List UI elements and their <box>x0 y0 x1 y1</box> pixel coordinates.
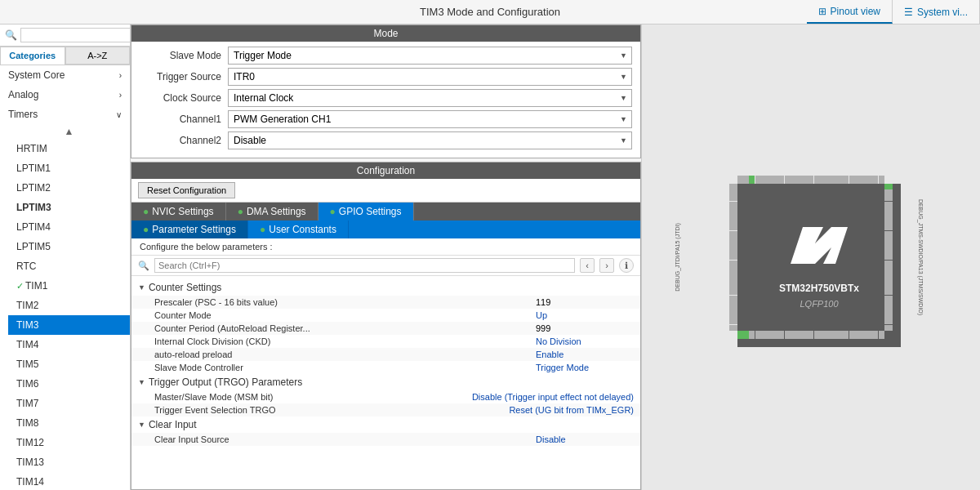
reset-config-button[interactable]: Reset Configuration <box>138 182 235 198</box>
param-auto-reload: auto-reload preload Enable <box>131 348 640 361</box>
sidebar-item-TIM6[interactable]: TIM6 <box>8 374 130 394</box>
channel1-select-wrapper: PWM Generation CH1 <box>228 110 632 128</box>
group-counter-label: Counter Settings <box>149 282 221 293</box>
pin <box>729 219 737 225</box>
pin <box>884 278 893 283</box>
channel1-select[interactable]: PWM Generation CH1 <box>228 110 632 128</box>
slave-mode-row: Slave Mode Trigger Mode <box>140 47 632 65</box>
sidebar-item-timers[interactable]: Timers ∨ <box>0 105 130 124</box>
sidebar-item-LPTIM5[interactable]: LPTIM5 <box>8 237 130 256</box>
sidebar-item-TIM13[interactable]: TIM13 <box>8 452 130 472</box>
sidebar-item-TIM3[interactable]: TIM3 <box>8 315 130 335</box>
info-btn[interactable]: ℹ <box>619 258 634 273</box>
search-next-btn[interactable]: › <box>599 258 614 273</box>
system-view-btn[interactable]: ☰ System vi... <box>893 0 980 24</box>
pin <box>785 176 791 184</box>
sidebar-item-HRTIM[interactable]: HRTIM <box>8 139 130 158</box>
search-prev-btn[interactable]: ‹ <box>580 258 595 273</box>
channel2-select[interactable]: Disable <box>228 131 632 149</box>
pin <box>855 176 861 184</box>
sidebar-item-RTC[interactable]: RTC <box>8 256 130 276</box>
chip-package: LQFP100 <box>800 299 838 309</box>
pin <box>814 176 820 184</box>
params-content: ▼ Counter Settings Prescaler (PSC - 16 b… <box>131 276 640 489</box>
pin <box>767 331 773 339</box>
search-icon: 🔍 <box>5 29 17 41</box>
clock-source-label: Clock Source <box>140 92 221 104</box>
channel2-row: Channel2 Disable <box>140 131 632 149</box>
pin <box>729 184 737 189</box>
pin <box>729 296 737 301</box>
pin <box>884 254 893 260</box>
pin <box>884 248 893 254</box>
pin-active <box>884 184 893 189</box>
window-title: TIM3 Mode and Configuration <box>420 6 560 18</box>
tab-gpio-settings[interactable]: ● GPIO Settings <box>318 203 414 220</box>
pin <box>729 231 737 237</box>
pin <box>729 237 737 243</box>
sidebar-item-TIM14[interactable]: TIM14 <box>8 472 130 490</box>
sidebar-item-LPTIM4[interactable]: LPTIM4 <box>8 217 130 237</box>
bottom-pins <box>737 331 884 339</box>
pin <box>767 176 773 184</box>
pin <box>884 189 893 195</box>
tab-user-constants[interactable]: ● User Constants <box>248 220 349 238</box>
params-search-input[interactable] <box>154 258 575 273</box>
pin <box>879 331 884 339</box>
sidebar-item-TIM4[interactable]: TIM4 <box>8 335 130 354</box>
clock-source-select[interactable]: Internal Clock <box>228 89 632 107</box>
sidebar-item-LPTIM1[interactable]: LPTIM1 <box>8 158 130 178</box>
sidebar-item-LPTIM3[interactable]: LPTIM3 <box>8 198 130 217</box>
tab-categories[interactable]: Categories <box>0 47 65 65</box>
group-trgo[interactable]: ▼ Trigger Output (TRGO) Parameters <box>131 374 640 390</box>
tab-parameter-settings[interactable]: ● Parameter Settings <box>131 220 248 238</box>
trigger-source-select[interactable]: ITR0 <box>228 68 632 86</box>
sidebar-item-TIM5[interactable]: TIM5 <box>8 354 130 374</box>
pin <box>884 237 893 243</box>
mode-rows: Slave Mode Trigger Mode Trigger Source I… <box>131 42 640 158</box>
tab-dma-settings[interactable]: ● DMA Settings <box>226 203 318 220</box>
sidebar-item-TIM1[interactable]: ✓TIM1 <box>8 276 130 296</box>
pin <box>879 176 884 184</box>
pin-active <box>743 331 749 339</box>
group-counter-settings[interactable]: ▼ Counter Settings <box>131 279 640 296</box>
pin <box>729 278 737 283</box>
pin <box>826 176 831 184</box>
sidebar-item-TIM2[interactable]: TIM2 <box>8 296 130 315</box>
pinout-view-btn[interactable]: ⊞ Pinout view <box>807 0 893 24</box>
sidebar-item-TIM7[interactable]: TIM7 <box>8 394 130 413</box>
pin <box>755 331 761 339</box>
pin <box>826 331 831 339</box>
pin <box>884 266 893 272</box>
scroll-up-btn[interactable]: ▲ <box>8 124 130 139</box>
pin-active <box>749 176 755 184</box>
pin <box>729 189 737 195</box>
slave-mode-select-wrapper: Trigger Mode <box>228 47 632 65</box>
config-section: Configuration Reset Configuration ● NVIC… <box>131 162 641 490</box>
pin <box>884 296 893 301</box>
tab-az[interactable]: A->Z <box>65 47 131 65</box>
tab-nvic-settings[interactable]: ● NVIC Settings <box>131 203 226 220</box>
pin <box>729 318 737 324</box>
sidebar-item-LPTIM2[interactable]: LPTIM2 <box>8 178 130 198</box>
slave-mode-select[interactable]: Trigger Mode <box>228 47 632 65</box>
sidebar-item-analog[interactable]: Analog › <box>0 85 130 105</box>
group-clear-input[interactable]: ▼ Clear Input <box>131 416 640 433</box>
pin <box>773 176 778 184</box>
sidebar-item-TIM12[interactable]: TIM12 <box>8 433 130 452</box>
pin <box>820 331 826 339</box>
pin <box>884 195 893 201</box>
sidebar-search-input[interactable] <box>20 28 131 42</box>
left-side-label: DEBUG_JTDI/PA15 (JTDI) <box>675 223 680 292</box>
center-panel: Mode Slave Mode Trigger Mode Trigger Sou… <box>131 24 641 490</box>
sidebar-tabs: Categories A->Z <box>0 47 130 65</box>
sidebar-item-TIM8[interactable]: TIM8 <box>8 413 130 433</box>
pin <box>808 331 813 339</box>
mode-section: Mode Slave Mode Trigger Mode Trigger Sou… <box>131 24 641 158</box>
trigger-source-row: Trigger Source ITR0 <box>140 68 632 86</box>
pin <box>884 202 893 207</box>
sidebar-item-system-core[interactable]: System Core › <box>0 65 130 85</box>
pin <box>849 331 855 339</box>
pin <box>785 331 791 339</box>
group-trgo-label: Trigger Output (TRGO) Parameters <box>149 376 302 388</box>
